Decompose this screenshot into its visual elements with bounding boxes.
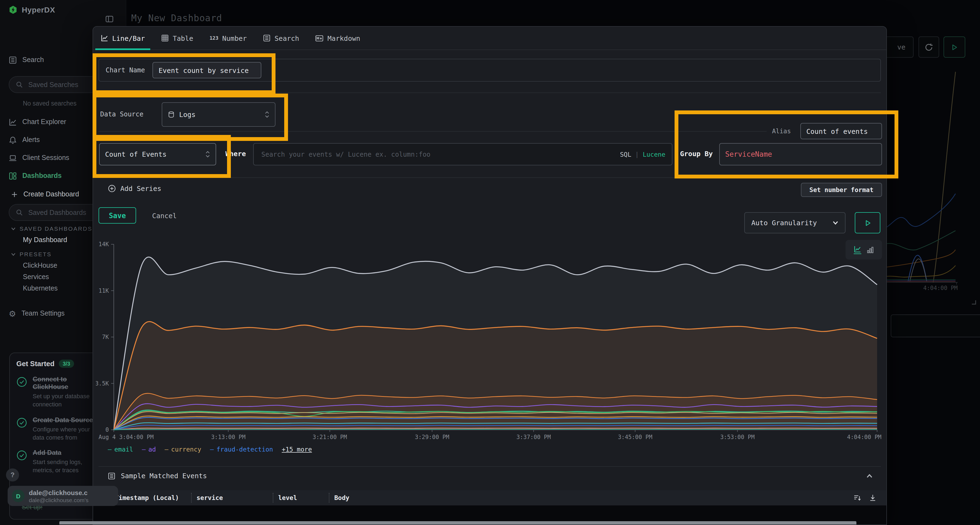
legend-item[interactable]: —currency	[165, 446, 202, 453]
get-started-item-title: Add Data	[33, 449, 99, 457]
tab-number[interactable]: 123 Number	[210, 27, 247, 49]
legend-item[interactable]: —email	[108, 446, 133, 453]
create-dashboard-button[interactable]: Create Dashboard	[11, 189, 79, 200]
bar-chart-toggle-icon[interactable]	[867, 246, 874, 253]
create-dashboard-label: Create Dashboard	[24, 190, 79, 198]
sidebar-item-client-sessions[interactable]: Client Sessions	[9, 152, 69, 163]
column-header-body[interactable]: Body	[329, 493, 854, 503]
check-circle-icon	[16, 450, 27, 474]
sidebar-item-chart-explorer[interactable]: Chart Explorer	[9, 116, 66, 127]
sidebar-item-label: Team Settings	[22, 309, 65, 317]
alias-input[interactable]	[800, 123, 882, 139]
tab-line-bar[interactable]: Line/Bar	[101, 27, 145, 49]
chart-legend: —email—ad—currency—fraud-detection+15 mo…	[108, 446, 312, 453]
legend-item[interactable]: —fraud-detection	[210, 446, 273, 453]
list-icon	[108, 472, 115, 480]
select-updown-icon	[265, 111, 269, 118]
line-chart-toggle-icon[interactable]	[854, 245, 861, 254]
user-team: dale@clickhouse.com's	[29, 496, 111, 503]
number-icon: 123	[210, 35, 219, 41]
save-button[interactable]: Save	[99, 207, 136, 224]
legend-more-link[interactable]: +15 more	[282, 446, 312, 453]
set-number-format-button[interactable]: Set number format	[801, 183, 882, 197]
cancel-button[interactable]: Cancel	[145, 207, 183, 224]
gear-icon: ⚙	[9, 309, 16, 317]
svg-text:3:45:00 PM: 3:45:00 PM	[618, 434, 652, 440]
svg-text:3:37:00 PM: 3:37:00 PM	[516, 434, 551, 440]
svg-text:0: 0	[105, 427, 109, 433]
sidebar-item-services[interactable]: Services	[23, 273, 49, 281]
tab-search[interactable]: Search	[263, 27, 299, 49]
lucene-toggle[interactable]: Lucene	[643, 151, 665, 158]
get-started-item-desc: Start sending logs, metrics, or traces	[33, 458, 99, 474]
sidebar-item-alerts[interactable]: Alerts	[9, 134, 40, 145]
sidebar-item-label: Alerts	[22, 136, 40, 144]
events-line-chart: 14K11K7K3.5K0Aug 4 3:04:00 PM3:13:00 PM3…	[96, 240, 885, 441]
granularity-select[interactable]: Auto Granularity	[744, 212, 846, 233]
presets-section[interactable]: PRESETS	[11, 251, 52, 257]
tab-markdown[interactable]: Markdown	[315, 27, 360, 49]
user-menu[interactable]: D dale@clickhouse.c dale@clickhouse.com'…	[8, 486, 118, 506]
divider	[99, 92, 881, 93]
sidebar-item-search[interactable]: Search	[9, 54, 44, 65]
where-label: Where	[225, 150, 246, 158]
search-icon	[16, 209, 23, 216]
legend-item[interactable]: —ad	[142, 446, 156, 453]
svg-text:4:04:00 PM: 4:04:00 PM	[847, 434, 881, 440]
chart-name-input[interactable]	[153, 62, 262, 78]
chart-type-tabs: Line/Bar Table 123 Number Search	[93, 27, 886, 50]
hyperdx-logo-icon	[9, 5, 18, 14]
chart-explorer-icon	[9, 118, 17, 126]
sidebar-item-my-dashboard[interactable]: My Dashboard	[23, 236, 67, 244]
bell-icon	[9, 136, 17, 144]
section-label-text: SAVED DASHBOARDS	[20, 225, 92, 232]
tab-label: Table	[173, 34, 193, 42]
chevron-down-icon	[11, 252, 16, 257]
sidebar-item-team-settings[interactable]: ⚙ Team Settings	[9, 308, 65, 319]
column-header-level[interactable]: level	[273, 493, 329, 503]
column-header-service[interactable]: service	[191, 493, 273, 503]
collapse-section-icon[interactable]	[866, 473, 873, 479]
sidebar-item-dashboards[interactable]: Dashboards	[9, 170, 62, 181]
tab-table[interactable]: Table	[161, 27, 193, 49]
play-icon	[864, 219, 871, 226]
sidebar-item-kubernetes[interactable]: Kubernetes	[23, 284, 58, 292]
bottom-bar[interactable]	[59, 521, 856, 525]
sql-toggle[interactable]: SQL	[620, 151, 631, 158]
svg-text:3:21:00 PM: 3:21:00 PM	[312, 434, 347, 440]
select-updown-icon	[205, 151, 210, 158]
help-button[interactable]: ?	[6, 468, 19, 482]
tab-label: Search	[275, 34, 299, 42]
chart-display-toggle	[846, 240, 882, 260]
saved-dashboards-field[interactable]	[27, 208, 95, 217]
sidebar-item-clickhouse[interactable]: ClickHouse	[23, 262, 57, 269]
group-by-input[interactable]	[719, 143, 882, 165]
data-source-select[interactable]: Logs	[162, 102, 275, 127]
chevron-down-icon	[832, 220, 838, 226]
check-circle-icon	[16, 417, 27, 441]
chart-name-label: Chart Name	[106, 67, 145, 74]
saved-searches-field[interactable]	[27, 80, 95, 89]
chart-name-row: Chart Name	[99, 59, 881, 82]
svg-text:7K: 7K	[102, 334, 109, 340]
check-circle-icon	[16, 376, 27, 408]
logo[interactable]: HyperDX	[9, 5, 55, 14]
saved-dashboards-section[interactable]: SAVED DASHBOARDS	[11, 225, 92, 232]
svg-text:3.5K: 3.5K	[96, 380, 109, 387]
divider	[99, 466, 881, 467]
screen: HyperDX Search No saved searches Chart E…	[0, 0, 980, 525]
sample-matched-events-header: Sample Matched Events	[108, 472, 207, 480]
dashboards-icon	[9, 172, 17, 180]
sort-icon[interactable]	[854, 494, 861, 501]
download-icon[interactable]	[869, 494, 877, 501]
aggregation-select[interactable]: Count of Events	[99, 143, 216, 165]
preview-run-button[interactable]	[855, 212, 880, 233]
where-input[interactable]	[260, 150, 620, 159]
circle-plus-icon	[108, 184, 116, 193]
sidebar-collapse-icon[interactable]	[105, 15, 114, 24]
table-icon	[161, 34, 169, 42]
add-series-button[interactable]: Add Series	[108, 184, 161, 193]
data-source-label: Data Source	[100, 111, 143, 118]
markdown-icon	[315, 35, 324, 41]
user-email: dale@clickhouse.c	[29, 489, 111, 496]
